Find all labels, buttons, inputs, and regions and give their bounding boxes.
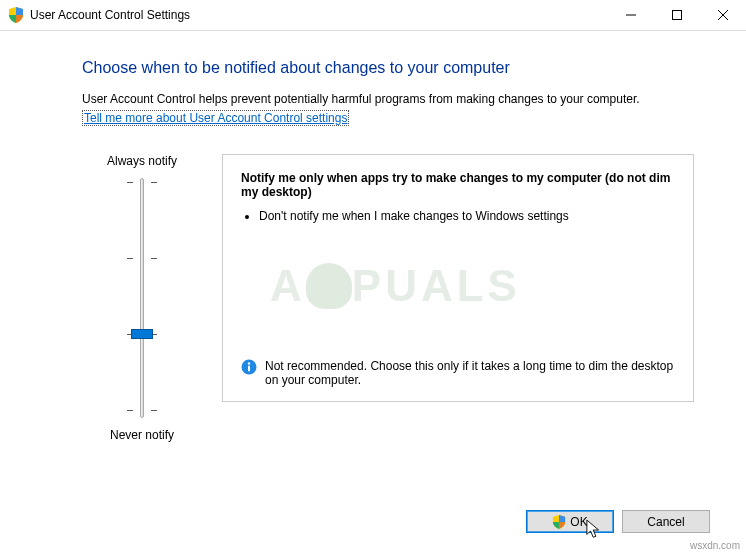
close-button[interactable]: [700, 0, 746, 30]
svg-rect-1: [673, 11, 682, 20]
content-area: Choose when to be notified about changes…: [0, 31, 746, 442]
slider-area: Always notify Never notify Notify me onl…: [82, 154, 694, 442]
uac-shield-icon: [8, 7, 24, 23]
description-panel: Notify me only when apps try to make cha…: [222, 154, 694, 402]
site-ref: wsxdn.com: [690, 540, 740, 551]
slider-thumb[interactable]: [131, 329, 153, 339]
notification-slider[interactable]: [122, 178, 162, 418]
title-bar: User Account Control Settings: [0, 0, 746, 31]
panel-bullet: Don't notify me when I make changes to W…: [259, 209, 675, 223]
window-controls: [608, 0, 746, 30]
cancel-label: Cancel: [647, 515, 684, 529]
panel-title: Notify me only when apps try to make cha…: [241, 171, 675, 199]
page-heading: Choose when to be notified about changes…: [82, 59, 694, 77]
slider-top-label: Always notify: [107, 154, 177, 168]
dialog-buttons: OK Cancel: [526, 510, 710, 533]
info-icon: [241, 359, 257, 375]
learn-more-link[interactable]: Tell me more about User Account Control …: [82, 110, 349, 126]
uac-shield-icon: [552, 515, 566, 529]
page-description: User Account Control helps prevent poten…: [82, 91, 694, 108]
info-row: Not recommended. Choose this only if it …: [241, 359, 675, 387]
svg-rect-6: [248, 365, 250, 371]
svg-point-5: [248, 362, 250, 364]
slider-bottom-label: Never notify: [110, 428, 174, 442]
info-text: Not recommended. Choose this only if it …: [265, 359, 675, 387]
panel-bullets: Don't notify me when I make changes to W…: [259, 209, 675, 227]
ok-button[interactable]: OK: [526, 510, 614, 533]
window-title: User Account Control Settings: [30, 8, 608, 22]
ok-label: OK: [570, 515, 587, 529]
cancel-button[interactable]: Cancel: [622, 510, 710, 533]
slider-column: Always notify Never notify: [82, 154, 202, 442]
maximize-button[interactable]: [654, 0, 700, 30]
minimize-button[interactable]: [608, 0, 654, 30]
